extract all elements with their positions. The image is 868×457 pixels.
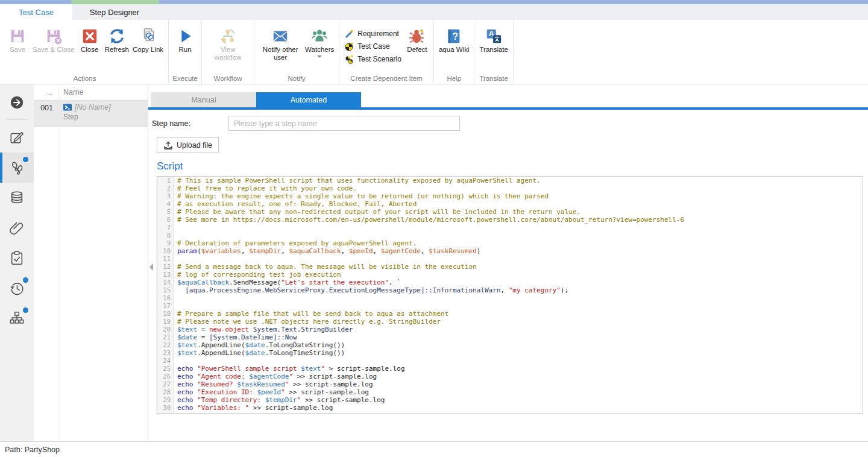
ribbon-group-help: ?aqua WikiHelp — [434, 20, 475, 84]
test-case-button[interactable]: Test Case — [345, 40, 401, 52]
view-workflow-button[interactable]: View workflow — [205, 27, 251, 61]
notify-other-user-button[interactable]: Notify other user — [257, 27, 303, 61]
notification-dot-badge — [23, 157, 28, 162]
ribbon-stack: RequirementTest CaseTest Scenario — [342, 27, 404, 65]
defect-button[interactable]: Defect — [404, 27, 430, 54]
requirement-button[interactable]: Requirement — [345, 27, 401, 40]
code-text: param($variables, $tempDir, $aquaCallbac… — [174, 247, 480, 255]
script-code-editor[interactable]: 1# This is sample PowerShell script that… — [157, 176, 863, 414]
button-label: Refresh — [105, 46, 129, 54]
button-label: Notify other user — [259, 46, 301, 61]
sidebar-divider — [6, 119, 28, 120]
notification-dot-badge — [23, 307, 28, 313]
tab-test-case[interactable]: Test Case — [0, 4, 72, 20]
line-number: 29 — [157, 396, 174, 404]
run-button[interactable]: Run — [172, 27, 198, 54]
copy-link-button[interactable]: Copy Link — [131, 27, 165, 54]
code-text: # log of corresponding test job executio… — [174, 271, 341, 279]
code-text: echo "Variables: " >> script-sample.log — [174, 404, 333, 412]
script-section-heading: Script — [157, 160, 868, 172]
line-number: 25 — [157, 365, 174, 373]
code-line: 19# Please note we use .NET objects here… — [157, 318, 863, 326]
code-text: # This is sample PowerShell script that … — [174, 177, 541, 184]
code-text: $text.AppendLine($date.ToLongTimeString(… — [174, 349, 345, 357]
code-text: # Warning: the engine expects a single v… — [174, 192, 549, 200]
collapse-panel-arrow-icon[interactable] — [149, 263, 153, 271]
code-text — [174, 357, 177, 365]
ribbon-group-label: Execute — [169, 75, 201, 82]
save-icon — [8, 27, 27, 46]
steps-list-panel: ... Name 001 [No Name] Step — [34, 84, 148, 441]
line-number: 15 — [157, 286, 174, 294]
line-number: 28 — [157, 388, 174, 396]
notify-mail-icon — [271, 27, 289, 46]
test-scenario-icon — [345, 54, 354, 64]
close-icon — [81, 27, 99, 46]
close-button[interactable]: Close — [77, 27, 103, 54]
tab-step-designer[interactable]: Step Designer — [72, 4, 157, 20]
code-line: 20$text = new-object System.Text.StringB… — [157, 326, 863, 333]
code-line: 5# Please be aware that any non-redirect… — [157, 208, 863, 216]
requirement-icon — [345, 29, 354, 39]
goto-arrow-icon — [9, 95, 25, 110]
button-label: Defect — [407, 46, 427, 54]
sidebar-item-dependencies[interactable] — [0, 303, 34, 333]
hierarchy-icon — [9, 310, 25, 326]
ribbon-group-execute: RunExecute — [169, 20, 202, 84]
content-body: ... Name 001 [No Name] Step Manual Autom… — [0, 84, 868, 441]
code-line: 26echo "Agent code: $agentCode" >> scrip… — [157, 373, 863, 380]
code-line: 31 — [157, 412, 863, 414]
step-list-item[interactable]: 001 [No Name] Step — [34, 101, 148, 127]
code-line: 11 — [157, 255, 863, 263]
aqua-wiki-icon: ? — [445, 27, 463, 46]
code-text: # See more in https://docs.microsoft.com… — [174, 216, 684, 224]
line-number: 7 — [157, 224, 174, 232]
window-tab-bar: Test Case Step Designer — [0, 4, 868, 20]
code-line: 14$aquaCallback.SendMessage("Let's start… — [157, 279, 863, 286]
sidebar-item-edit[interactable] — [0, 122, 34, 153]
sidebar-item-checklist[interactable] — [0, 243, 34, 273]
button-label: Run — [179, 46, 192, 54]
aqua-wiki-button[interactable]: ?aqua Wiki — [437, 27, 471, 54]
translate-button[interactable]: ATranslate — [477, 27, 510, 54]
sidebar-item-attachments[interactable] — [0, 213, 34, 243]
sidebar-item-history[interactable] — [0, 273, 34, 303]
ribbon-group-label: Create Dependent Item — [339, 75, 433, 82]
step-name-input[interactable] — [228, 116, 460, 131]
sidebar-item-data[interactable] — [0, 183, 34, 213]
code-text: echo "Resumed? $taskResumed" >> script-s… — [174, 380, 373, 388]
test-case-icon — [345, 42, 354, 51]
code-text: # Declaration of parameters exposed by a… — [174, 239, 417, 247]
ribbon-group-label: Notify — [254, 75, 339, 82]
watchers-icon — [310, 27, 329, 46]
line-number: 30 — [157, 404, 174, 412]
line-number: 21 — [157, 333, 174, 341]
save-button[interactable]: Save — [4, 27, 31, 54]
line-number: 17 — [157, 302, 174, 310]
sidebar-item-steps[interactable] — [0, 153, 34, 183]
code-text: $date = [System.DateTime]::Now — [174, 333, 297, 341]
line-number: 8 — [157, 232, 174, 239]
button-label: Requirement — [357, 30, 399, 38]
active-tab-underline — [148, 107, 868, 110]
watchers-button[interactable]: Watchers — [303, 27, 336, 58]
code-line: 9# Declaration of parameters exposed by … — [157, 239, 863, 247]
tab-manual[interactable]: Manual — [151, 92, 256, 107]
code-line: 4# as execution result, one of: Ready, B… — [157, 200, 863, 208]
line-number: 9 — [157, 239, 174, 247]
code-text — [174, 302, 177, 310]
test-scenario-button[interactable]: Test Scenario — [345, 52, 401, 65]
code-text: # as execution result, one of: Ready, Bl… — [174, 200, 417, 208]
save-close-icon — [45, 27, 63, 46]
code-text: echo "PowerShell sample script $text" > … — [174, 365, 405, 373]
line-number: 18 — [157, 310, 174, 318]
sidebar-item-navigate[interactable] — [0, 87, 34, 118]
code-line: 24 — [157, 357, 863, 365]
ribbon-toolbar: SaveSave & CloseCloseRefreshCopy LinkAct… — [0, 20, 868, 84]
save-close-button[interactable]: Save & Close — [31, 27, 77, 54]
upload-file-button[interactable]: Upload file — [157, 137, 219, 153]
refresh-button[interactable]: Refresh — [103, 27, 131, 54]
ribbon-group-label: Translate — [474, 75, 513, 82]
tab-automated[interactable]: Automated — [256, 92, 361, 107]
chevron-down-icon[interactable] — [317, 55, 322, 58]
